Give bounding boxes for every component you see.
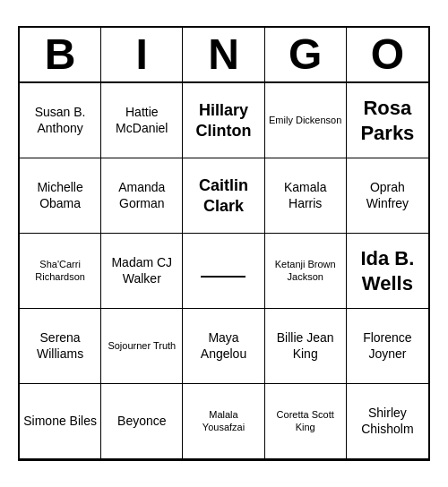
bingo-cell-7: Caitlin Clark	[183, 158, 264, 234]
bingo-cell-9: Oprah Winfrey	[347, 158, 428, 234]
bingo-card: BINGO Susan B. AnthonyHattie McDanielHil…	[18, 26, 430, 462]
bingo-letter-n: N	[183, 28, 264, 82]
bingo-cell-15: Serena Williams	[20, 309, 101, 384]
cell-text-21: Beyonce	[117, 414, 166, 430]
bingo-cell-2: Hillary Clinton	[183, 83, 264, 158]
cell-text-10: Sha'Carri Richardson	[23, 259, 97, 284]
bingo-cell-20: Simone Biles	[20, 384, 101, 459]
bingo-cell-6: Amanda Gorman	[101, 158, 183, 234]
bingo-cell-5: Michelle Obama	[20, 158, 101, 234]
cell-text-5: Michelle Obama	[23, 180, 97, 211]
bingo-letter-b: B	[20, 28, 101, 82]
cell-text-2: Hillary Clinton	[186, 100, 260, 141]
cell-text-8: Kamala Harris	[269, 180, 342, 211]
bingo-letter-i: I	[101, 28, 183, 82]
bingo-cell-12	[183, 234, 264, 309]
bingo-cell-0: Susan B. Anthony	[20, 83, 101, 158]
cell-text-9: Oprah Winfrey	[350, 180, 425, 211]
bingo-cell-1: Hattie McDaniel	[101, 83, 183, 158]
cell-text-6: Amanda Gorman	[105, 180, 178, 211]
cell-text-15: Serena Williams	[23, 330, 97, 362]
bingo-cell-21: Beyonce	[101, 384, 183, 459]
bingo-cell-14: Ida B. Wells	[347, 234, 428, 309]
bingo-cell-11: Madam CJ Walker	[101, 234, 183, 309]
bingo-cell-16: Sojourner Truth	[101, 309, 183, 384]
bingo-letter-g: G	[265, 28, 347, 82]
cell-text-22: Malala Yousafzai	[186, 409, 260, 434]
bingo-cell-4: Rosa Parks	[347, 83, 428, 158]
cell-text-1: Hattie McDaniel	[105, 105, 178, 136]
bingo-cell-23: Coretta Scott King	[265, 384, 347, 459]
bingo-grid: Susan B. AnthonyHattie McDanielHillary C…	[20, 83, 428, 459]
bingo-cell-18: Billie Jean King	[265, 309, 347, 384]
cell-text-18: Billie Jean King	[269, 330, 342, 362]
bingo-cell-17: Maya Angelou	[183, 309, 264, 384]
bingo-cell-24: Shirley Chisholm	[347, 384, 428, 459]
cell-text-4: Rosa Parks	[350, 96, 425, 145]
cell-text-3: Emily Dickenson	[269, 115, 341, 127]
bingo-cell-19: Florence Joyner	[347, 309, 428, 384]
cell-text-0: Susan B. Anthony	[23, 105, 97, 136]
cell-text-23: Coretta Scott King	[269, 409, 342, 434]
cell-text-24: Shirley Chisholm	[350, 406, 425, 437]
bingo-cell-10: Sha'Carri Richardson	[20, 234, 101, 309]
cell-text-11: Madam CJ Walker	[105, 255, 178, 286]
cell-text-17: Maya Angelou	[186, 330, 260, 362]
bingo-cell-13: Ketanji Brown Jackson	[265, 234, 347, 309]
bingo-letter-o: O	[347, 28, 428, 82]
cell-text-13: Ketanji Brown Jackson	[269, 259, 342, 284]
bingo-cell-22: Malala Yousafzai	[183, 384, 264, 459]
cell-text-19: Florence Joyner	[350, 330, 425, 362]
cell-text-16: Sojourner Truth	[108, 340, 176, 353]
bingo-cell-3: Emily Dickenson	[265, 83, 347, 158]
cell-text-14: Ida B. Wells	[350, 246, 425, 295]
bingo-cell-8: Kamala Harris	[265, 158, 347, 234]
cell-text-20: Simone Biles	[23, 414, 97, 430]
cell-text-7: Caitlin Clark	[186, 175, 260, 216]
bingo-header: BINGO	[20, 28, 428, 84]
